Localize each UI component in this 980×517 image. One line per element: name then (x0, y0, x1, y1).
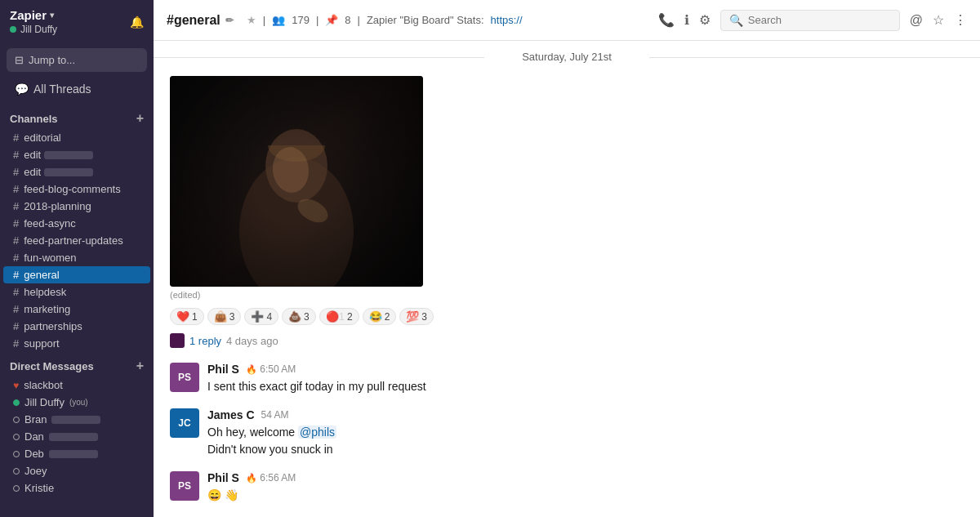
dm-item-slackbot[interactable]: ♥ slackbot (3, 377, 150, 394)
more-icon[interactable]: ⋮ (954, 12, 967, 28)
dm-list: ♥ slackbot Jill Duffy (you) Bran Dan Deb (0, 377, 154, 497)
avatar-initials: PS (178, 372, 191, 383)
separator2: | (316, 14, 318, 26)
reaction-count: 3 (304, 311, 310, 323)
username-label: Jill Duffy (20, 24, 57, 35)
reaction-emoji: ➕ (251, 310, 264, 323)
dm-item-dan[interactable]: Dan (3, 428, 150, 445)
dm-item-bran[interactable]: Bran (3, 411, 150, 428)
main-content: #general ✏ ★ | 👥 179 | 📌 8 | Zapier "Big… (154, 0, 980, 517)
star-header-icon[interactable]: ☆ (933, 12, 944, 28)
info-icon[interactable]: ℹ (684, 12, 689, 28)
threads-icon: 💬 (15, 82, 29, 96)
reaction[interactable]: 👜3 (207, 308, 242, 325)
reactions-row: ❤️1 👜3 ➕4 💩3 🔴12 😂2 💯3 (154, 305, 980, 328)
message-header: Phil S 🔥 6:56 AM (207, 471, 964, 484)
reaction[interactable]: 💩3 (282, 308, 316, 325)
search-box[interactable]: 🔍 (720, 10, 900, 31)
dm-label: Direct Messages (10, 360, 94, 372)
gear-icon[interactable]: ⚙ (699, 12, 710, 28)
jump-to-icon: ⊟ (15, 54, 24, 66)
bell-icon[interactable]: 🔔 (130, 16, 144, 29)
fire-icon: 🔥 (246, 473, 257, 483)
reply-time: 4 days ago (226, 335, 278, 347)
channel-item-general[interactable]: # general (3, 266, 150, 283)
offline-dot (13, 417, 20, 423)
channel-link[interactable]: https:// (491, 14, 523, 26)
channel-item[interactable]: # helpdesk (3, 283, 150, 301)
channel-meta: ★ | 👥 179 | 📌 8 | Zapier "Big Board" Sta… (247, 14, 523, 26)
jump-to-button[interactable]: ⊟ Jump to... (7, 48, 147, 72)
redacted-bar (44, 168, 93, 176)
message-header: Phil S 🔥 6:50 AM (207, 363, 964, 376)
reaction[interactable]: 💯3 (399, 308, 434, 325)
redacted-bar (51, 416, 100, 424)
channel-item[interactable]: # edit (3, 163, 150, 181)
header-icons: 📞 ℹ ⚙ 🔍 @ ☆ ⋮ (658, 10, 967, 31)
dm-item-jill[interactable]: Jill Duffy (you) (3, 394, 150, 411)
hash-icon: # (13, 234, 19, 247)
reaction-count: 3 (229, 311, 235, 323)
online-dot (13, 399, 20, 406)
dm-item-kristie[interactable]: Kristie (3, 479, 150, 497)
dm-name: Dan (24, 430, 44, 443)
hash-icon: # (13, 131, 19, 144)
workspace-name[interactable]: Zapier ▾ (10, 8, 57, 22)
gif-message-block: (edited) (154, 73, 980, 300)
add-dm-icon[interactable]: + (136, 359, 144, 373)
separator3: | (358, 14, 360, 26)
channel-item[interactable]: # feed-blog-comments (3, 181, 150, 198)
han-solo-gif (170, 76, 423, 287)
message-text-line2: Didn't know you snuck in (207, 441, 964, 458)
channel-item[interactable]: # marketing (3, 301, 150, 318)
avatar-initials: PS (178, 480, 191, 492)
all-threads-label: All Threads (33, 82, 91, 96)
message-block: JC James C 54 AM Oh hey, welcome @phils … (154, 402, 980, 465)
channel-item[interactable]: # editorial (3, 129, 150, 146)
edit-channel-icon[interactable]: ✏ (225, 15, 234, 26)
reaction[interactable]: ❤️1 (170, 308, 204, 325)
channel-item[interactable]: # 2018-planning (3, 198, 150, 215)
channel-item[interactable]: # edit (3, 146, 150, 163)
search-input[interactable] (748, 14, 891, 26)
dm-item-joey[interactable]: Joey (3, 462, 150, 479)
reaction[interactable]: ➕4 (244, 308, 278, 325)
dm-item-deb[interactable]: Deb (3, 445, 150, 462)
add-channel-icon[interactable]: + (136, 111, 144, 126)
hash-icon: # (13, 200, 19, 212)
messages-area: Saturday, July 21st (edited) ❤️1 👜3 ➕4 💩… (154, 41, 980, 517)
sidebar-scroll: ⊟ Jump to... 💬 All Threads Channels + # … (0, 43, 154, 517)
reaction-emoji: 😂 (369, 310, 382, 323)
phone-icon[interactable]: 📞 (658, 12, 675, 28)
reaction-emoji: 💩 (288, 310, 301, 323)
channel-item[interactable]: # fun-women (3, 249, 150, 266)
message-text: Oh hey, welcome @phils (207, 424, 964, 441)
channel-item[interactable]: # feed-partner-updates (3, 232, 150, 249)
hash-icon: # (13, 269, 19, 281)
dm-name: Bran (24, 413, 47, 426)
channel-name: partnerships (24, 320, 82, 332)
message-time: 54 AM (261, 409, 289, 421)
search-icon: 🔍 (729, 14, 743, 27)
channel-item[interactable]: # feed-async (3, 215, 150, 232)
message-time: 🔥 6:50 AM (246, 363, 296, 375)
offline-dot (13, 451, 20, 457)
reaction[interactable]: 🔴12 (319, 308, 359, 325)
date-label: Saturday, July 21st (522, 51, 612, 63)
message-sender: Phil S (207, 471, 239, 484)
slackbot-heart-icon: ♥ (13, 380, 19, 391)
channel-name: marketing (24, 303, 70, 315)
channel-name: edit (24, 166, 41, 178)
reaction[interactable]: 😂2 (363, 308, 397, 325)
channel-item-partnerships[interactable]: # partnerships (3, 318, 150, 335)
redacted-bar (49, 450, 98, 458)
all-threads-button[interactable]: 💬 All Threads (7, 77, 147, 101)
reaction-count: 4 (266, 311, 272, 323)
you-badge: (you) (69, 398, 88, 407)
hash-icon: # (13, 303, 19, 315)
channel-item[interactable]: # support (3, 335, 150, 352)
dm-name: Kristie (24, 482, 54, 494)
at-icon[interactable]: @ (910, 13, 923, 28)
reply-info[interactable]: 1 reply 4 days ago (154, 332, 980, 356)
pin-icon: 📌 (325, 14, 338, 26)
